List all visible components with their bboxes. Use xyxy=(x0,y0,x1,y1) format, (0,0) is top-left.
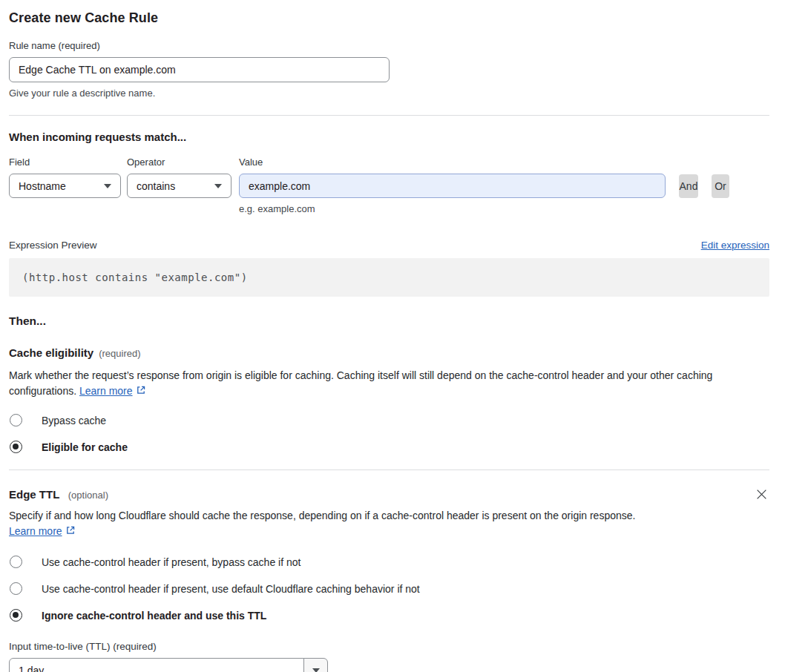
radio-eligible-for-cache[interactable]: Eligible for cache xyxy=(9,441,769,453)
cache-eligibility-title: Cache eligibility xyxy=(9,346,93,359)
ttl-select[interactable]: 1 day xyxy=(9,658,769,672)
rule-name-label: Rule name (required) xyxy=(9,40,769,51)
then-heading: Then... xyxy=(9,314,769,328)
divider xyxy=(9,115,769,116)
expression-text: (http.host contains "example.com") xyxy=(22,271,248,283)
external-link-icon xyxy=(65,524,76,540)
ttl-select-value: 1 day xyxy=(19,665,44,672)
close-icon[interactable] xyxy=(754,487,769,502)
operator-select-value: contains xyxy=(137,180,175,192)
match-condition-row: Field Operator Value Hostname contains A… xyxy=(9,157,769,214)
divider xyxy=(9,470,769,470)
operator-label: Operator xyxy=(121,157,231,174)
edit-expression-link[interactable]: Edit expression xyxy=(701,240,769,251)
cache-eligibility-description: Mark whether the request’s response from… xyxy=(9,368,769,400)
edge-ttl-title: Edge TTL xyxy=(9,488,59,501)
radio-button-icon[interactable] xyxy=(10,609,22,622)
radio-button-icon[interactable] xyxy=(10,556,22,568)
field-select-value: Hostname xyxy=(19,180,66,192)
radio-bypass-cache[interactable]: Bypass cache xyxy=(9,414,769,426)
cache-eligibility-required-badge: (required) xyxy=(99,348,140,359)
and-button[interactable]: And xyxy=(679,174,698,198)
learn-more-link[interactable]: Learn more xyxy=(9,525,62,537)
radio-button-icon[interactable] xyxy=(10,441,22,453)
match-section-heading: When incoming requests match... xyxy=(9,131,769,143)
learn-more-link[interactable]: Learn more xyxy=(79,385,133,397)
radio-use-header-bypass[interactable]: Use cache-control header if present, byp… xyxy=(9,556,769,568)
radio-button-icon[interactable] xyxy=(10,582,22,595)
create-cache-rule-form: Create new Cache Rule Rule name (require… xyxy=(0,0,785,672)
radio-ignore-header-use-ttl[interactable]: Ignore cache-control header and use this… xyxy=(9,609,769,622)
external-link-icon xyxy=(136,384,146,400)
value-help: e.g. example.com xyxy=(239,198,666,214)
value-input[interactable] xyxy=(239,174,666,198)
value-label: Value xyxy=(231,157,666,174)
edge-ttl-description: Specify if and how long Cloudflare shoul… xyxy=(9,508,636,540)
radio-button-icon[interactable] xyxy=(10,414,22,426)
operator-select[interactable]: contains xyxy=(127,174,231,198)
page-title: Create new Cache Rule xyxy=(9,10,769,26)
chevron-down-icon xyxy=(312,668,320,672)
chevron-down-icon xyxy=(214,184,222,188)
or-button[interactable]: Or xyxy=(712,174,729,198)
rule-name-input[interactable] xyxy=(9,57,390,82)
expression-preview-code: (http.host contains "example.com") xyxy=(9,258,769,297)
edge-ttl-header: Edge TTL (optional) xyxy=(9,487,769,502)
edge-ttl-optional-badge: (optional) xyxy=(68,490,108,501)
expression-preview-label: Expression Preview xyxy=(9,240,97,251)
rule-name-help: Give your rule a descriptive name. xyxy=(9,88,769,99)
chevron-down-icon xyxy=(104,184,111,188)
expression-preview-row: Expression Preview Edit expression xyxy=(9,240,769,251)
cache-eligibility-header: Cache eligibility (required) xyxy=(9,346,769,359)
field-select[interactable]: Hostname xyxy=(9,174,121,198)
radio-use-header-default[interactable]: Use cache-control header if present, use… xyxy=(9,582,769,595)
ttl-select-value-area[interactable]: 1 day xyxy=(9,658,304,672)
ttl-select-dropdown-button[interactable] xyxy=(303,658,328,672)
field-label: Field xyxy=(9,157,121,174)
ttl-label: Input time-to-live (TTL) (required) xyxy=(9,641,769,652)
